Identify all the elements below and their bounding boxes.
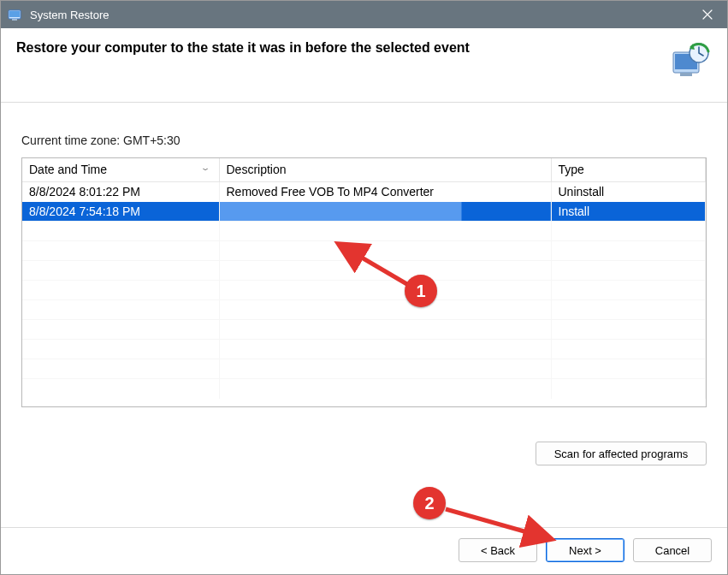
table-row-empty <box>22 261 706 281</box>
table-row-empty <box>22 222 706 241</box>
cell-type: Uninstall <box>551 182 706 202</box>
window-title: System Restore <box>30 9 109 21</box>
table-row[interactable]: 8/8/2024 8:01:22 PMRemoved Free VOB To M… <box>22 182 706 202</box>
svg-rect-5 <box>680 73 692 76</box>
system-restore-window: System Restore Restore your computer to … <box>0 0 728 575</box>
table-row-empty <box>22 300 706 320</box>
back-button[interactable]: < Back <box>459 538 537 562</box>
column-header-type[interactable]: Type <box>551 158 706 182</box>
table-row-empty <box>22 281 706 300</box>
cell-type: Install <box>551 202 706 222</box>
cell-description: Removed Free VOB To MP4 Converter <box>219 182 551 202</box>
column-label: Description <box>227 163 287 176</box>
table-row[interactable]: 8/8/2024 7:54:18 PMInstall <box>22 202 706 222</box>
close-button[interactable] <box>688 1 727 28</box>
cell-datetime: 8/8/2024 8:01:22 PM <box>22 182 219 202</box>
cell-datetime: 8/8/2024 7:54:18 PM <box>22 202 219 222</box>
table-row-empty <box>22 340 706 359</box>
table-row-empty <box>22 320 706 340</box>
sort-indicator-icon: ⌄ <box>199 163 210 172</box>
timezone-label: Current time zone: GMT+5:30 <box>21 133 707 147</box>
column-header-datetime[interactable]: Date and Time ⌄ <box>22 158 219 182</box>
table-row-empty <box>22 359 706 379</box>
scan-affected-programs-button[interactable]: Scan for affected programs <box>536 442 707 465</box>
titlebar: System Restore <box>1 1 727 28</box>
app-icon <box>8 7 23 22</box>
table-row-empty <box>22 241 706 261</box>
column-header-description[interactable]: Description <box>219 158 551 182</box>
cancel-button[interactable]: Cancel <box>633 538 712 562</box>
table-row-empty <box>22 379 706 399</box>
content-area: Current time zone: GMT+5:30 Date and Tim… <box>1 103 727 527</box>
cell-description <box>219 202 551 222</box>
close-icon <box>702 9 713 20</box>
restore-points-grid[interactable]: Date and Time ⌄ Description Type 8/8/202… <box>21 157 707 407</box>
next-button[interactable]: Next > <box>546 538 624 562</box>
restore-hero-icon <box>671 40 712 81</box>
header-band: Restore your computer to the state it wa… <box>1 28 727 103</box>
svg-rect-2 <box>12 19 17 21</box>
wizard-footer: < Back Next > Cancel <box>1 527 727 574</box>
column-label: Date and Time <box>29 163 107 176</box>
column-label: Type <box>559 163 584 176</box>
svg-rect-1 <box>9 11 20 17</box>
page-heading: Restore your computer to the state it wa… <box>16 40 660 56</box>
